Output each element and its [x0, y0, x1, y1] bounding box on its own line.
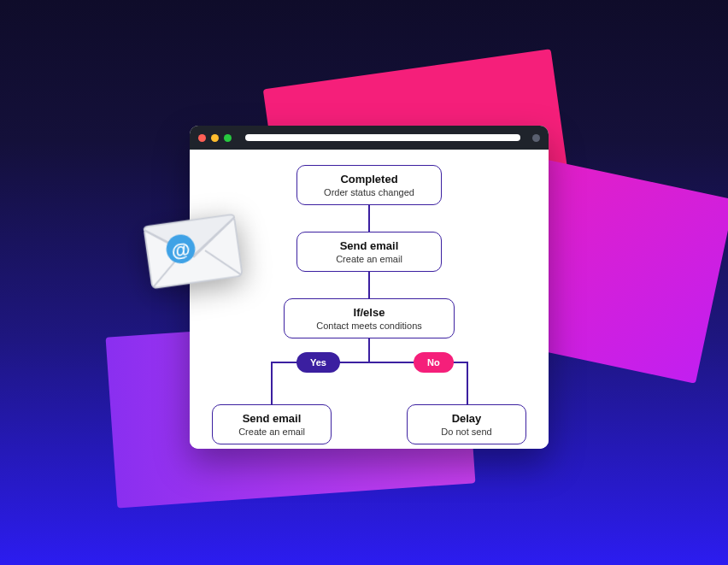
connector-left-drop	[271, 362, 273, 406]
address-bar[interactable]	[245, 134, 520, 141]
branch-label: Yes	[310, 357, 326, 368]
window-titlebar	[190, 126, 549, 150]
node-subtitle: Create an email	[223, 427, 320, 437]
node-title: If/else	[300, 306, 438, 319]
node-title: Send email	[223, 412, 320, 425]
node-subtitle: Create an email	[313, 254, 426, 264]
flow-node-if-else[interactable]: If/else Contact meets conditions	[284, 298, 455, 338]
node-title: Completed	[313, 173, 426, 185]
email-envelope-icon: @	[141, 209, 246, 294]
connector-right-drop	[467, 362, 468, 406]
window-zoom-dot[interactable]	[224, 134, 232, 142]
app-window: Completed Order status changed Send emai…	[190, 126, 549, 449]
branch-pill-yes[interactable]: Yes	[296, 352, 340, 373]
node-subtitle: Order status changed	[313, 187, 426, 197]
node-title: Send email	[313, 239, 426, 252]
flow-canvas: Completed Order status changed Send emai…	[190, 150, 549, 449]
flow-node-delay[interactable]: Delay Do not send	[407, 404, 526, 444]
node-subtitle: Do not send	[418, 427, 515, 437]
node-subtitle: Contact meets conditions	[300, 321, 438, 331]
flow-node-completed[interactable]: Completed Order status changed	[296, 165, 442, 205]
branch-pill-no[interactable]: No	[414, 352, 454, 373]
window-minimize-dot[interactable]	[211, 134, 219, 142]
branch-label: No	[427, 357, 440, 368]
flow-node-send-email[interactable]: Send email Create an email	[296, 232, 442, 272]
node-title: Delay	[418, 412, 515, 425]
titlebar-end-dot	[532, 134, 540, 142]
flow-node-send-email-branch[interactable]: Send email Create an email	[212, 404, 332, 444]
svg-text:@: @	[170, 238, 191, 262]
window-close-dot[interactable]	[198, 134, 206, 142]
